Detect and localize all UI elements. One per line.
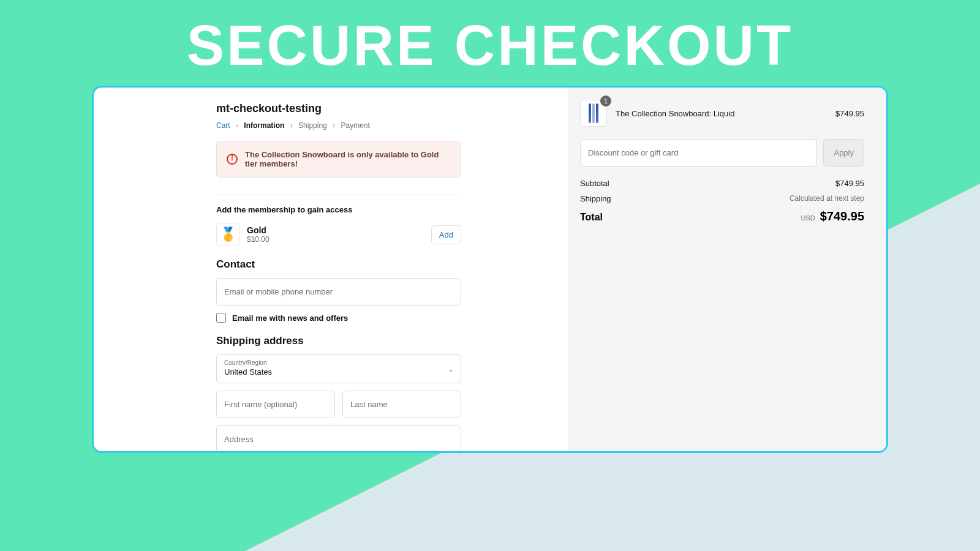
breadcrumb: Cart › Information › Shipping › Payment bbox=[216, 121, 461, 130]
divider bbox=[216, 195, 461, 195]
subtotal-label: Subtotal bbox=[580, 179, 609, 188]
membership-heading: Add the membership to gain access bbox=[216, 205, 461, 214]
membership-card: 🥇 Gold $10.00 Add bbox=[216, 223, 461, 246]
last-name-field[interactable] bbox=[342, 391, 461, 418]
membership-price: $10.00 bbox=[247, 235, 270, 244]
store-name: mt-checkout-testing bbox=[216, 102, 461, 115]
subtotal-value: $749.95 bbox=[835, 179, 864, 188]
summary-pane: 1 The Collection Snowboard: Liquid $749.… bbox=[568, 88, 886, 451]
product-thumbnail: 1 bbox=[580, 100, 607, 127]
membership-name: Gold bbox=[247, 225, 270, 235]
contact-title: Contact bbox=[216, 258, 461, 271]
add-membership-button[interactable]: Add bbox=[431, 225, 461, 244]
total-row: Total USD $749.95 bbox=[580, 209, 864, 223]
news-checkbox[interactable] bbox=[216, 313, 226, 323]
breadcrumb-payment: Payment bbox=[341, 121, 369, 130]
medal-icon: 🥇 bbox=[216, 223, 239, 246]
chevron-right-icon: › bbox=[333, 121, 335, 130]
banner-title: SECURE CHECKOUT bbox=[0, 13, 980, 78]
breadcrumb-shipping: Shipping bbox=[298, 121, 327, 130]
checkout-window: mt-checkout-testing Cart › Information ›… bbox=[92, 86, 888, 453]
apply-discount-button[interactable]: Apply bbox=[823, 139, 864, 167]
warning-icon bbox=[227, 154, 238, 165]
total-amount: $749.95 bbox=[820, 209, 864, 223]
breadcrumb-information: Information bbox=[244, 121, 284, 130]
chevron-down-icon: ⌄ bbox=[448, 365, 453, 372]
address-field[interactable] bbox=[216, 425, 461, 451]
country-select[interactable]: Country/Region United States ⌄ bbox=[216, 354, 461, 383]
alert-text: The Collection Snowboard is only availab… bbox=[245, 150, 451, 168]
country-label: Country/Region bbox=[224, 359, 453, 366]
shipping-title: Shipping address bbox=[216, 335, 461, 347]
chevron-right-icon: › bbox=[236, 121, 238, 130]
cart-item-name: The Collection Snowboard: Liquid bbox=[616, 109, 827, 118]
shipping-note: Calculated at next step bbox=[790, 194, 864, 203]
total-currency: USD bbox=[801, 214, 815, 222]
email-field[interactable] bbox=[216, 278, 461, 305]
news-label: Email me with news and offers bbox=[232, 313, 348, 323]
subtotal-row: Subtotal $749.95 bbox=[580, 179, 864, 188]
country-value: United States bbox=[224, 367, 272, 377]
discount-code-field[interactable] bbox=[580, 139, 817, 167]
breadcrumb-cart[interactable]: Cart bbox=[216, 121, 230, 130]
chevron-right-icon: › bbox=[290, 121, 293, 130]
first-name-field[interactable] bbox=[216, 391, 335, 418]
total-label: Total bbox=[580, 212, 603, 223]
shipping-label: Shipping bbox=[580, 194, 611, 203]
membership-alert: The Collection Snowboard is only availab… bbox=[216, 141, 461, 178]
main-pane: mt-checkout-testing Cart › Information ›… bbox=[94, 88, 568, 451]
cart-item-price: $749.95 bbox=[835, 109, 864, 118]
shipping-row: Shipping Calculated at next step bbox=[580, 194, 864, 203]
quantity-badge: 1 bbox=[600, 96, 611, 107]
cart-item: 1 The Collection Snowboard: Liquid $749.… bbox=[580, 100, 864, 127]
